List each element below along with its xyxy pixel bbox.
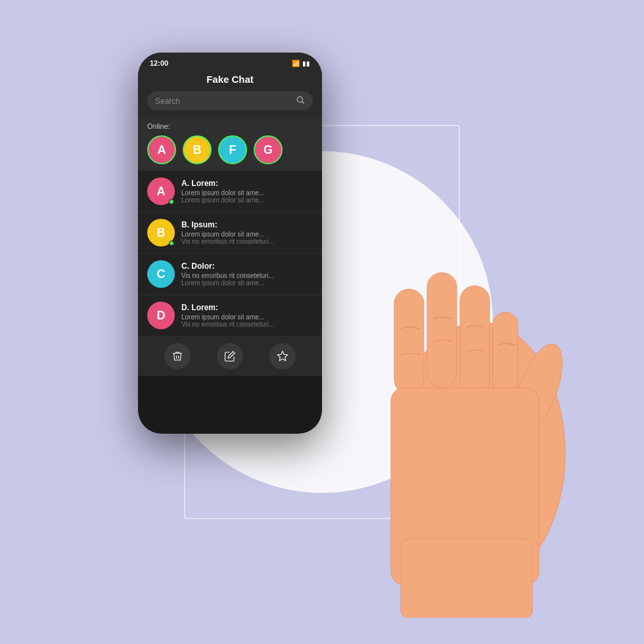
search-input-wrap[interactable]: Search [147, 91, 313, 110]
chat-msg1-d: Lorem ipsum dolor sit ame... [181, 313, 313, 321]
avatar-d: D [147, 302, 175, 329]
online-avatar-g[interactable]: G [254, 135, 283, 164]
online-avatar-a[interactable]: A [147, 135, 176, 164]
trash-icon [172, 350, 183, 362]
phone-screen: 12:00 📶 ▮▮ Fake Chat Search [138, 53, 322, 434]
search-icon [296, 95, 305, 106]
avatar-c: C [147, 260, 175, 288]
chat-msg1-b: Lorem ipsum dolor sit ame... [181, 231, 313, 238]
online-avatars: A B F G [147, 135, 313, 164]
chat-name-b: B. Ipsum: [181, 220, 313, 229]
svg-rect-2 [427, 273, 457, 388]
pencil-icon [224, 350, 236, 362]
phone: 12:00 📶 ▮▮ Fake Chat Search [158, 92, 322, 434]
chat-msg1-a: Lorem ipsum dolor sit ame... [181, 189, 313, 196]
chat-msg1-c: Vis no erroribus rit conseteturi... [181, 272, 313, 279]
online-avatar-b[interactable]: B [183, 135, 212, 164]
chat-info-c: C. Dolor: Vis no erroribus rit consetetu… [181, 262, 313, 287]
search-bar: Search [138, 91, 322, 117]
edit-button[interactable] [217, 343, 243, 369]
chat-item-d[interactable]: D D. Lorem: Lorem ipsum dolor sit ame...… [138, 295, 322, 336]
svg-marker-10 [278, 352, 288, 361]
online-avatar-f[interactable]: F [218, 135, 247, 164]
hand-illustration [335, 158, 631, 618]
app-title: Fake Chat [138, 74, 322, 85]
chat-item-b[interactable]: B B. Ipsum: Lorem ipsum dolor sit ame...… [138, 212, 322, 254]
battery-icon: ▮▮ [302, 60, 310, 67]
chat-msg2-d: Vis no erroribus rit conseteturi... [181, 321, 313, 328]
avatar-a: A [147, 177, 175, 205]
chat-msg2-b: Vis no erroribus rit conseteturi... [181, 238, 313, 245]
scene: 12:00 📶 ▮▮ Fake Chat Search [92, 53, 552, 591]
status-bar: 12:00 📶 ▮▮ [138, 53, 322, 70]
chat-info-d: D. Lorem: Lorem ipsum dolor sit ame... V… [181, 303, 313, 328]
status-icons: 📶 ▮▮ [292, 60, 310, 67]
app-header: Fake Chat [138, 70, 322, 91]
chat-info-a: A. Lorem: Lorem ipsum dolor sit ame... L… [181, 179, 313, 204]
chat-name-d: D. Lorem: [181, 303, 313, 312]
star-icon [277, 350, 288, 362]
bottom-nav [138, 336, 322, 376]
chat-name-a: A. Lorem: [181, 179, 313, 188]
online-section: Online: A B F G [138, 117, 322, 171]
status-time: 12:00 [150, 59, 168, 67]
online-indicator [169, 199, 174, 204]
svg-line-9 [302, 102, 304, 104]
chat-info-b: B. Ipsum: Lorem ipsum dolor sit ame... V… [181, 220, 313, 245]
wifi-icon: 📶 [292, 60, 300, 67]
svg-rect-3 [460, 286, 490, 394]
favorites-button[interactable] [269, 343, 296, 369]
online-label: Online: [147, 122, 313, 130]
search-placeholder: Search [155, 97, 292, 106]
avatar-b: B [147, 219, 175, 246]
svg-point-8 [297, 97, 302, 102]
chat-list: A A. Lorem: Lorem ipsum dolor sit ame...… [138, 171, 322, 336]
chat-item-a[interactable]: A A. Lorem: Lorem ipsum dolor sit ame...… [138, 171, 322, 212]
online-indicator [169, 241, 174, 246]
svg-rect-1 [394, 289, 424, 394]
chat-msg2-a: Lorem ipsum dolor sit ame... [181, 196, 313, 204]
delete-button[interactable] [164, 343, 191, 369]
chat-item-c[interactable]: C C. Dolor: Vis no erroribus rit consete… [138, 254, 322, 295]
chat-msg2-c: Lorem ipsum dolor sit ame... [181, 279, 313, 287]
svg-rect-7 [401, 539, 532, 618]
chat-name-c: C. Dolor: [181, 262, 313, 271]
